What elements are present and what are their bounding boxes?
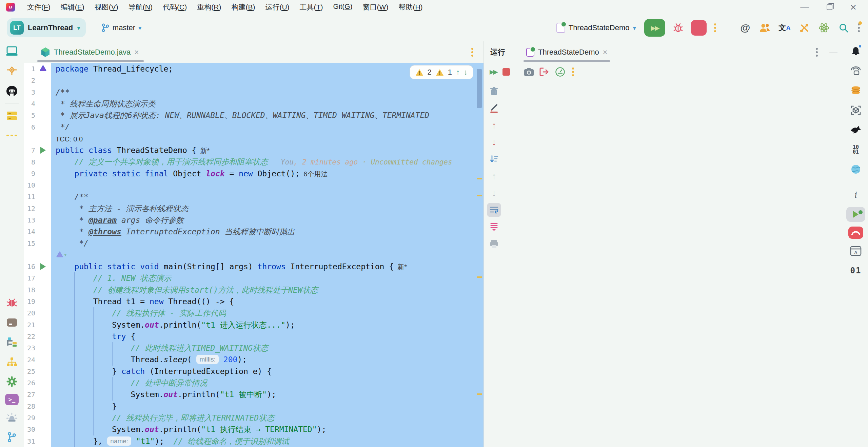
code-line[interactable]: * 线程生命周期状态演示类 [51, 98, 484, 110]
package-box-icon[interactable] [848, 103, 863, 118]
code-line[interactable]: Thread t1 = new Thread(() -> { [51, 296, 484, 307]
maximize-button[interactable] [827, 4, 832, 10]
gauge-icon[interactable] [555, 67, 565, 77]
code-line[interactable]: System.out.println("t1 执行结束 → TERMINATED… [51, 424, 484, 435]
git-branch-icon[interactable] [4, 430, 19, 445]
warning-stripe-mark[interactable] [477, 195, 482, 196]
next-problem-arrow-icon[interactable]: ↓ [464, 68, 468, 77]
red-app-icon[interactable] [848, 227, 863, 239]
structure-sitemap-icon[interactable] [4, 354, 19, 369]
dictionary-card-icon[interactable]: A [848, 244, 863, 258]
arrow-down-icon[interactable]: ↓ [487, 186, 501, 200]
device-monitor-icon[interactable] [4, 44, 19, 59]
console-output-empty[interactable] [504, 81, 844, 447]
code-line[interactable]: System.out.println("t1 进入运行状态..."); [51, 319, 484, 331]
menu-item[interactable]: 文件(F) [23, 1, 55, 13]
code-line[interactable]: */ [51, 237, 484, 249]
github-icon[interactable] [4, 83, 19, 98]
coins-icon[interactable] [848, 83, 863, 98]
swoosh-icon[interactable] [848, 122, 863, 137]
atom-icon[interactable] [817, 21, 831, 35]
code-line[interactable]: /** [51, 191, 484, 202]
export-icon[interactable] [539, 67, 550, 77]
code-line[interactable]: }, name: "t1"); // 给线程命名，便于识别和调试 [51, 435, 484, 447]
scrollbar-thumb[interactable] [477, 69, 482, 108]
sort-lines-icon[interactable] [487, 152, 501, 166]
ai-assistant-icon[interactable] [37, 65, 49, 73]
globe-icon[interactable] [848, 162, 863, 177]
binary-icon[interactable]: 1001 [848, 142, 863, 157]
menu-item[interactable]: Git(G) [329, 1, 356, 13]
menu-item[interactable]: 运行(U) [261, 1, 293, 13]
code-line[interactable]: // 创建线程对象但未调用start()方法，此时线程处于NEW状态 [51, 284, 484, 296]
run-line-icon[interactable] [37, 147, 49, 154]
camera-icon[interactable] [524, 67, 534, 76]
plugin-orange-icon[interactable] [4, 63, 19, 78]
run-more-kebab-icon[interactable] [713, 22, 717, 34]
code-line[interactable]: } [51, 401, 484, 412]
code-line[interactable]: } catch (InterruptedException e) { [51, 366, 484, 377]
menu-item[interactable]: 重构(R) [193, 1, 225, 13]
hide-panel-icon[interactable]: — [829, 47, 837, 57]
warning-stripe-mark[interactable] [477, 178, 482, 179]
rerun-icon[interactable]: ▶▶ [490, 68, 497, 76]
menu-item[interactable]: 窗口(W) [359, 1, 393, 13]
inspections-widget[interactable]: 2 1 ↑ ↓ [410, 65, 474, 79]
code-line[interactable]: */ [51, 121, 484, 133]
trash-icon[interactable] [487, 84, 501, 98]
code-line[interactable]: public static void main(String[] args) t… [51, 261, 484, 272]
menu-item[interactable]: 工具(T) [296, 1, 327, 13]
code-line[interactable]: System.out.println("t1 被中断"); [51, 389, 484, 400]
notification-bell-icon[interactable] [848, 44, 863, 59]
editor-tab-threadstatedemo[interactable]: ThreadStateDemo.java × [35, 41, 146, 63]
scroll-to-end-icon[interactable] [487, 220, 501, 234]
stop-button[interactable] [691, 20, 707, 36]
code-line[interactable]: // 1. NEW 状态演示 [51, 272, 484, 284]
info-icon[interactable]: i [848, 187, 863, 202]
arrow-down-red-icon[interactable]: ↓ [487, 135, 501, 149]
tools-icon[interactable] [797, 21, 811, 35]
code-line[interactable]: /** [51, 86, 484, 98]
code-line[interactable]: // 定义一个共享对象锁，用于演示线程同步和阻塞状态 You, 2 minute… [51, 156, 484, 168]
code-line[interactable]: Thread.sleep( millis: 200); [51, 354, 484, 365]
debug-button[interactable] [671, 21, 685, 35]
menu-item[interactable]: 帮助(H) [394, 1, 427, 13]
code-line[interactable] [51, 179, 484, 191]
bug-icon[interactable] [4, 295, 19, 310]
at-spiral-icon[interactable]: @ [738, 21, 752, 35]
search-icon[interactable] [837, 21, 850, 35]
close-button[interactable]: × [850, 2, 856, 13]
close-icon[interactable]: × [134, 48, 139, 57]
more-kebab-icon[interactable] [571, 66, 575, 78]
settings-gear-icon[interactable] [4, 374, 19, 389]
warning-stripe-mark[interactable] [477, 276, 482, 278]
project-widget[interactable]: LT LearnThread ▾ [7, 18, 86, 37]
menu-item[interactable]: 编辑(E) [57, 1, 88, 13]
panel-options-kebab-icon[interactable] [814, 46, 819, 58]
branch-widget[interactable]: master ▾ [101, 23, 142, 32]
code-line[interactable]: * @param args 命令行参数 [51, 214, 484, 226]
code-line[interactable]: ▾ [51, 249, 484, 261]
warning-stripe-mark[interactable] [477, 393, 482, 395]
editor-body[interactable]: 2 1 ↑ ↓ 12345678910111213141516171819202… [24, 63, 484, 447]
minimize-button[interactable]: — [800, 3, 809, 12]
run-tab-threadstatedemo[interactable]: ThreadStateDemo × [521, 41, 612, 63]
rerun-button[interactable]: ▶▶ [644, 19, 665, 37]
run-coverage-icon[interactable] [846, 207, 865, 222]
menu-item[interactable]: 导航(N) [124, 1, 157, 13]
menu-item[interactable]: 构建(B) [227, 1, 259, 13]
translate-icon[interactable]: 文A [778, 21, 791, 35]
run-line-icon[interactable] [37, 263, 49, 270]
users-icon[interactable] [758, 21, 772, 35]
code-line[interactable]: // 线程执行体 - 实际工作代码 [51, 307, 484, 319]
stop-icon[interactable] [502, 68, 510, 76]
code-line[interactable]: // 此时线程进入TIMED_WAITING状态 [51, 342, 484, 354]
more-horizontal-icon[interactable] [4, 128, 19, 143]
tab-options-kebab-icon[interactable] [470, 46, 475, 58]
code-line[interactable]: private static final Object lock = new O… [51, 168, 484, 179]
code-line[interactable]: try { [51, 331, 484, 342]
profile-kebab-icon[interactable] [856, 22, 861, 34]
code-line[interactable]: // 线程执行完毕，即将进入TERMINATED状态 [51, 412, 484, 424]
arrow-up-red-icon[interactable]: ↑ [487, 118, 501, 132]
code-line[interactable]: * 展示Java线程的6种状态: NEW、RUNNABLE、BLOCKED、WA… [51, 110, 484, 121]
